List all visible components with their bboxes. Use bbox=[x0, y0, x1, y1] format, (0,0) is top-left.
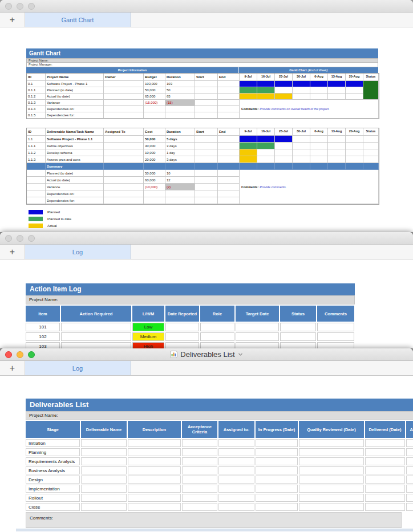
gantt-bar-cell[interactable] bbox=[346, 81, 363, 87]
start-cell[interactable] bbox=[195, 106, 218, 112]
stage-cell[interactable]: Close bbox=[26, 503, 80, 511]
empty-cell[interactable] bbox=[406, 448, 413, 456]
empty-cell[interactable] bbox=[299, 476, 364, 484]
empty-cell[interactable] bbox=[128, 466, 181, 474]
empty-cell[interactable] bbox=[182, 494, 217, 502]
empty-cell[interactable] bbox=[365, 476, 405, 484]
close-button[interactable] bbox=[5, 235, 12, 242]
name-cell[interactable]: Planned (to date) bbox=[46, 87, 104, 94]
close-button[interactable] bbox=[5, 351, 12, 358]
end-cell[interactable] bbox=[218, 177, 240, 184]
owner-cell[interactable] bbox=[104, 87, 144, 94]
owner-cell[interactable] bbox=[104, 156, 144, 163]
id-cell[interactable] bbox=[27, 190, 46, 197]
start-cell[interactable] bbox=[195, 87, 218, 94]
date-reported-cell[interactable] bbox=[165, 323, 199, 331]
empty-cell[interactable] bbox=[256, 466, 298, 474]
duration-cell[interactable] bbox=[165, 197, 195, 204]
id-cell[interactable] bbox=[27, 170, 46, 177]
empty-cell[interactable] bbox=[406, 485, 413, 493]
summary-row-cell[interactable] bbox=[257, 163, 275, 170]
start-cell[interactable] bbox=[195, 136, 218, 143]
stage-cell[interactable]: Design bbox=[26, 476, 80, 484]
duration-cell[interactable]: (15) bbox=[165, 100, 195, 106]
empty-cell[interactable] bbox=[365, 457, 405, 465]
end-cell[interactable] bbox=[218, 143, 240, 149]
action-required-cell[interactable] bbox=[61, 342, 131, 348]
role-cell[interactable] bbox=[200, 323, 234, 331]
gantt-bar-cell[interactable] bbox=[310, 136, 328, 143]
window-titlebar[interactable]: Deliverables List bbox=[0, 348, 413, 361]
gantt-bar-cell[interactable] bbox=[346, 87, 363, 94]
priority-cell[interactable]: Medium bbox=[132, 332, 164, 341]
id-cell[interactable]: 0.1.3 bbox=[27, 100, 46, 106]
amount-cell[interactable]: 50,000 bbox=[144, 170, 165, 177]
gantt-bar-cell[interactable] bbox=[257, 136, 275, 143]
duration-cell[interactable]: 3 days bbox=[165, 156, 195, 163]
empty-cell[interactable] bbox=[406, 466, 413, 474]
empty-cell[interactable] bbox=[128, 476, 181, 484]
status-cell[interactable] bbox=[280, 323, 316, 331]
duration-cell[interactable] bbox=[165, 106, 195, 112]
status-cell[interactable] bbox=[363, 156, 379, 163]
stage-cell[interactable]: Rollout bbox=[26, 494, 80, 502]
status-cell[interactable] bbox=[363, 136, 379, 143]
empty-cell[interactable] bbox=[299, 485, 364, 493]
empty-cell[interactable] bbox=[81, 503, 127, 511]
empty-cell[interactable] bbox=[218, 439, 254, 447]
owner-cell[interactable] bbox=[104, 100, 144, 106]
gantt-bar-cell[interactable] bbox=[293, 149, 310, 156]
gantt-bar-cell[interactable] bbox=[346, 143, 363, 149]
empty-cell[interactable] bbox=[128, 457, 181, 465]
gantt-bar-cell[interactable] bbox=[240, 87, 257, 94]
gantt-bar-cell[interactable] bbox=[275, 136, 293, 143]
name-cell[interactable]: Dependencies for: bbox=[46, 112, 104, 119]
date-reported-cell[interactable] bbox=[165, 342, 199, 348]
owner-cell[interactable] bbox=[104, 106, 144, 112]
priority-cell[interactable]: Low bbox=[132, 323, 164, 331]
duration-cell[interactable]: 3 days bbox=[165, 143, 195, 149]
empty-cell[interactable] bbox=[218, 448, 254, 456]
gantt-bar-cell[interactable] bbox=[328, 136, 346, 143]
empty-cell[interactable] bbox=[299, 448, 364, 456]
empty-cell[interactable] bbox=[256, 494, 298, 502]
summary-row-cell[interactable] bbox=[240, 163, 257, 170]
zoom-button[interactable] bbox=[28, 351, 35, 358]
tab-log[interactable]: Log bbox=[25, 361, 131, 375]
role-cell[interactable] bbox=[200, 342, 234, 348]
empty-cell[interactable] bbox=[256, 503, 298, 511]
owner-cell[interactable] bbox=[104, 170, 144, 177]
id-cell[interactable]: 1.1.3 bbox=[27, 156, 46, 163]
name-cell[interactable]: Develop schema bbox=[46, 149, 104, 156]
end-cell[interactable] bbox=[218, 100, 240, 106]
status-cell[interactable] bbox=[363, 149, 379, 156]
duration-cell[interactable]: 10 bbox=[165, 170, 195, 177]
empty-cell[interactable] bbox=[81, 448, 127, 456]
empty-cell[interactable] bbox=[256, 439, 298, 447]
empty-cell[interactable] bbox=[81, 476, 127, 484]
end-cell[interactable] bbox=[218, 106, 240, 112]
summary-row-cell[interactable] bbox=[165, 163, 195, 170]
id-cell[interactable]: 0.1.1 bbox=[27, 87, 46, 94]
summary-row-cell[interactable] bbox=[104, 163, 144, 170]
start-cell[interactable] bbox=[195, 81, 218, 87]
empty-cell[interactable] bbox=[81, 439, 127, 447]
end-cell[interactable] bbox=[218, 136, 240, 143]
gantt-bar-cell[interactable] bbox=[240, 136, 257, 143]
stage-cell[interactable]: Requirements Analysis bbox=[26, 457, 80, 465]
amount-cell[interactable]: 60,000 bbox=[144, 177, 165, 184]
gantt-bar-cell[interactable] bbox=[293, 143, 310, 149]
gantt-bar-cell[interactable] bbox=[328, 156, 346, 163]
name-cell[interactable]: Planned (to date) bbox=[46, 170, 104, 177]
name-cell[interactable]: Define objectives bbox=[46, 143, 104, 149]
amount-cell[interactable]: 103,000 bbox=[144, 81, 165, 87]
comments-row[interactable]: Comments: bbox=[26, 512, 402, 528]
gantt-bar-cell[interactable] bbox=[310, 87, 328, 94]
id-cell[interactable] bbox=[27, 197, 46, 204]
empty-cell[interactable] bbox=[406, 476, 413, 484]
empty-cell[interactable] bbox=[365, 503, 405, 511]
owner-cell[interactable] bbox=[104, 94, 144, 100]
empty-cell[interactable] bbox=[218, 457, 254, 465]
end-cell[interactable] bbox=[218, 190, 240, 197]
gantt-bar-cell[interactable] bbox=[240, 143, 257, 149]
